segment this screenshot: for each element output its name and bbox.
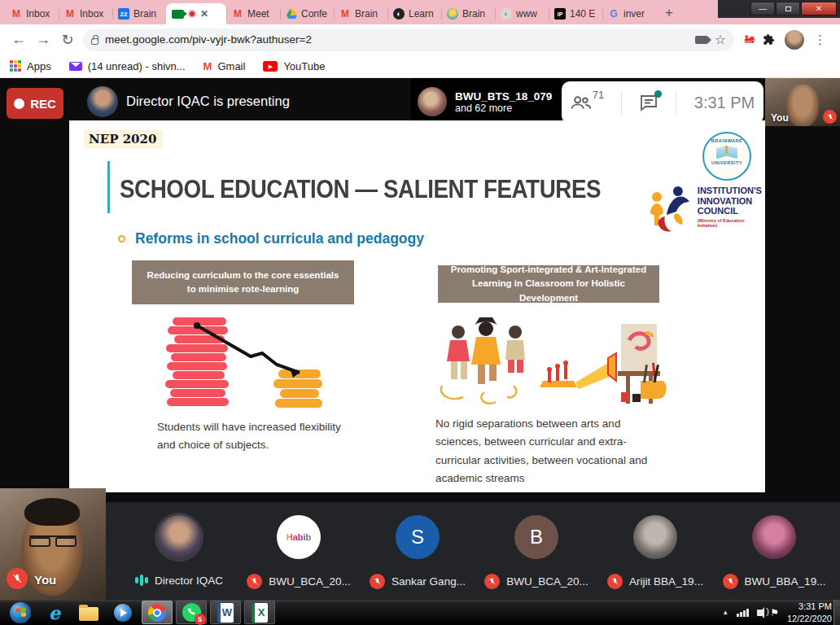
bookmark-youtube[interactable]: ▶ YouTube (263, 60, 325, 72)
participant-avatar (752, 515, 796, 559)
media-player-icon (114, 604, 132, 622)
participant-avatar: Habib (277, 515, 321, 559)
taskbar-chrome[interactable] (142, 601, 173, 624)
tab-inbox-1[interactable]: MInbox (5, 3, 59, 24)
participant-tile[interactable]: S Sankar Gang... (357, 502, 479, 600)
pinned-participants-pill[interactable]: BWU_BTS_18_079 and 62 more (411, 78, 562, 125)
tray-expand-icon[interactable]: ▲ (722, 609, 728, 616)
meet-main-area: REC Director IQAC is presenting BWU_BTS_… (0, 78, 840, 600)
tab-www[interactable]: ◐www (495, 3, 549, 24)
extension-train-icon[interactable]: 🚂︎ (744, 33, 755, 46)
iic-line3: COUNCIL (698, 206, 765, 216)
volume-icon[interactable] (757, 610, 762, 616)
tab-inbox-2[interactable]: MInbox (59, 3, 112, 24)
windows-start-icon (10, 602, 31, 623)
bookmark-unread-mail[interactable]: (14 unread) - shivn... (69, 60, 186, 72)
tab-calendar-brain[interactable]: 22Brain (112, 3, 166, 24)
gmail-icon: M (203, 60, 212, 72)
rec-label: REC (30, 97, 56, 111)
new-tab-button[interactable]: + (659, 4, 679, 24)
tab-meet-gmail[interactable]: MMeet (226, 3, 280, 24)
participant-tile[interactable]: Habib BWU_BCA_20... (238, 502, 360, 600)
tab-brain-site[interactable]: Brain (441, 3, 495, 24)
tray-clock[interactable]: 3:31 PM 12/22/2020 (787, 601, 832, 624)
taskbar-internet-explorer[interactable]: e (39, 601, 70, 624)
tab-inver[interactable]: Ginver (602, 3, 656, 24)
bookmarks-bar: Apps (14 unread) - shivn... M Gmail ▶ Yo… (0, 55, 840, 78)
slide-title: SCHOOL EDUCATION — SALIENT FEATURES (120, 174, 601, 203)
mic-muted-icon (7, 568, 28, 589)
glasses (29, 535, 77, 547)
slide-caption-left: Students will have increased flexibility… (157, 418, 348, 455)
taskbar-file-explorer[interactable] (73, 601, 104, 624)
bookmark-star-icon[interactable]: ☆ (715, 32, 726, 47)
tab-meet-active[interactable]: ✕ (166, 3, 226, 24)
action-center-flag-icon[interactable]: ⚑ (770, 607, 779, 618)
tray-time: 3:31 PM (787, 601, 832, 612)
url-text[interactable]: meet.google.com/piv-vyjr-bwk?authuser=2 (105, 33, 689, 46)
browser-toolbar: ← → ↻ meet.google.com/piv-vyjr-bwk?authu… (0, 24, 840, 55)
chat-notification-dot (654, 90, 662, 98)
self-video-tile[interactable]: You (0, 488, 106, 600)
bookmark-gmail[interactable]: M Gmail (203, 60, 246, 72)
participant-tile[interactable]: B BWU_BCA_20... (475, 502, 597, 600)
speaking-indicator-icon (135, 574, 148, 587)
taskbar: e 5 W X (0, 600, 840, 625)
tab-label: www (516, 8, 537, 20)
tab-label: 140 E (570, 8, 595, 20)
taskbar-whatsapp[interactable]: 5 (176, 601, 207, 624)
close-button[interactable]: ✕ (801, 2, 837, 15)
iic-line2: INNOVATION (698, 196, 765, 207)
tab-label: Brain (355, 8, 378, 20)
maximize-button[interactable] (776, 2, 800, 15)
divider (676, 90, 676, 115)
tab-learn[interactable]: ◐Learn (387, 3, 441, 24)
start-button[interactable] (5, 601, 36, 624)
self-label: You (34, 573, 56, 587)
extensions-puzzle-icon[interactable] (763, 33, 775, 46)
network-signal-icon[interactable] (737, 609, 749, 617)
address-bar[interactable]: meet.google.com/piv-vyjr-bwk?authuser=2 … (83, 28, 734, 51)
participants-button[interactable]: 71 (571, 94, 603, 111)
taskbar-excel[interactable]: X (244, 601, 275, 624)
window-controls: — ✕ (718, 0, 840, 18)
participant-tile[interactable]: Arijit BBA_19... (594, 502, 716, 600)
screen: MInbox MInbox 22Brain ✕ MMeet Confe MBra… (0, 0, 840, 625)
taskbar-media-player[interactable] (107, 601, 138, 624)
whatsapp-unread-badge: 5 (195, 614, 206, 625)
participant-tile[interactable]: Director IQAC (118, 502, 240, 600)
camera-permission-icon[interactable] (695, 36, 708, 44)
pinned-avatar (418, 87, 447, 116)
tab-close-icon[interactable]: ✕ (200, 8, 208, 20)
bookmark-label: (14 unread) - shivn... (88, 60, 186, 72)
browser-menu-icon[interactable]: ⋮ (814, 33, 826, 47)
globe-icon: ◐ (501, 8, 512, 20)
back-button[interactable]: ← (7, 31, 31, 48)
excel-icon: X (252, 603, 268, 623)
self-view-thumbnail[interactable]: You (765, 78, 840, 126)
tab-drive-confe[interactable]: Confe (280, 3, 334, 24)
taskbar-word[interactable]: W (210, 601, 241, 624)
globe-icon: ◐ (393, 8, 405, 20)
reload-button[interactable]: ↻ (55, 31, 80, 49)
slide-box-right: Promoting Sport-integrated & Art-Integra… (438, 265, 659, 303)
pinned-more-count: and 62 more (455, 103, 552, 114)
tab-140[interactable]: IP140 E (549, 3, 602, 24)
participants-filmstrip: Director IQAC Habib BWU_BCA_20... S Sank… (106, 502, 840, 600)
profile-avatar[interactable] (785, 30, 804, 50)
participant-avatar (157, 515, 201, 559)
participant-tile[interactable]: BWU_BBA_19... (713, 502, 835, 600)
avatar-letter: S (411, 526, 424, 549)
minimize-button[interactable]: — (750, 2, 775, 15)
apps-shortcut[interactable]: Apps (10, 60, 51, 72)
chat-button[interactable] (639, 94, 658, 111)
tab-brain-gmail[interactable]: MBrain (334, 3, 387, 24)
recording-indicator: REC (7, 88, 63, 119)
iic-logo: INSTITUTION'S INNOVATION COUNCIL (Minist… (649, 186, 765, 233)
logo-text-bottom: UNIVERSITY (704, 160, 750, 165)
apps-label: Apps (27, 60, 51, 72)
self-face (786, 85, 819, 126)
avatar-letter: B (530, 526, 543, 549)
show-desktop-button[interactable] (833, 600, 840, 625)
forward-button[interactable]: → (31, 31, 55, 48)
